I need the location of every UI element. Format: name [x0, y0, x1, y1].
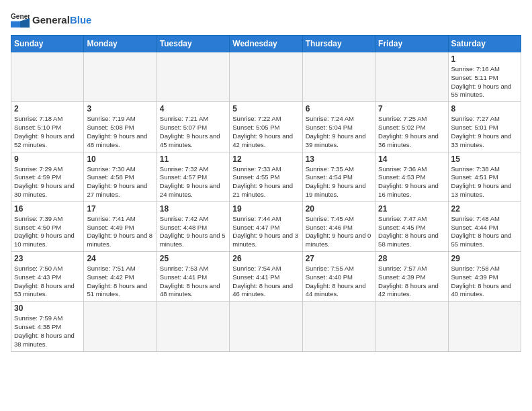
day-number: 28 — [378, 254, 445, 263]
day-info: Sunrise: 7:55 AM Sunset: 4:40 PM Dayligh… — [306, 265, 372, 299]
day-number: 17 — [87, 204, 153, 214]
header: General GeneralBlue — [11, 11, 521, 30]
calendar-table: SundayMondayTuesdayWednesdayThursdayFrid… — [11, 35, 521, 352]
day-info: Sunrise: 7:27 AM Sunset: 5:01 PM Dayligh… — [451, 115, 518, 149]
calendar-cell: 23Sunrise: 7:50 AM Sunset: 4:43 PM Dayli… — [11, 252, 84, 302]
weekday-header-thursday: Thursday — [302, 36, 375, 52]
calendar-cell: 12Sunrise: 7:33 AM Sunset: 4:55 PM Dayli… — [230, 152, 302, 201]
calendar-cell: 7Sunrise: 7:25 AM Sunset: 5:02 PM Daylig… — [375, 102, 448, 152]
day-number: 14 — [378, 154, 445, 164]
calendar-week-row: 23Sunrise: 7:50 AM Sunset: 4:43 PM Dayli… — [11, 252, 521, 302]
day-info: Sunrise: 7:53 AM Sunset: 4:41 PM Dayligh… — [160, 265, 226, 299]
calendar-cell: 24Sunrise: 7:51 AM Sunset: 4:42 PM Dayli… — [84, 252, 157, 302]
day-info: Sunrise: 7:30 AM Sunset: 4:58 PM Dayligh… — [87, 165, 153, 199]
day-number: 8 — [451, 104, 518, 113]
day-number: 20 — [306, 204, 372, 214]
day-number: 30 — [14, 304, 81, 313]
day-number: 13 — [306, 154, 372, 164]
day-number: 5 — [232, 104, 299, 113]
day-number: 10 — [87, 154, 153, 164]
calendar-cell: 1Sunrise: 7:16 AM Sunset: 5:11 PM Daylig… — [448, 52, 521, 102]
day-number: 7 — [378, 104, 445, 113]
weekday-header-sunday: Sunday — [11, 36, 84, 52]
day-info: Sunrise: 7:54 AM Sunset: 4:41 PM Dayligh… — [232, 265, 299, 299]
day-info: Sunrise: 7:16 AM Sunset: 5:11 PM Dayligh… — [451, 65, 518, 99]
calendar-cell — [375, 52, 448, 102]
day-info: Sunrise: 7:32 AM Sunset: 4:57 PM Dayligh… — [160, 165, 226, 199]
day-info: Sunrise: 7:29 AM Sunset: 4:59 PM Dayligh… — [14, 165, 81, 199]
calendar-cell: 18Sunrise: 7:42 AM Sunset: 4:48 PM Dayli… — [157, 201, 229, 251]
day-info: Sunrise: 7:41 AM Sunset: 4:49 PM Dayligh… — [87, 215, 153, 249]
day-info: Sunrise: 7:47 AM Sunset: 4:45 PM Dayligh… — [378, 215, 445, 249]
calendar-cell: 22Sunrise: 7:48 AM Sunset: 4:44 PM Dayli… — [448, 201, 521, 251]
calendar-cell: 4Sunrise: 7:21 AM Sunset: 5:07 PM Daylig… — [157, 102, 229, 152]
day-info: Sunrise: 7:39 AM Sunset: 4:50 PM Dayligh… — [14, 215, 81, 249]
calendar-cell — [302, 302, 375, 351]
day-info: Sunrise: 7:18 AM Sunset: 5:10 PM Dayligh… — [14, 115, 81, 149]
calendar-cell — [157, 52, 229, 102]
day-info: Sunrise: 7:35 AM Sunset: 4:54 PM Dayligh… — [306, 165, 372, 199]
calendar-cell: 11Sunrise: 7:32 AM Sunset: 4:57 PM Dayli… — [157, 152, 229, 201]
calendar-cell: 21Sunrise: 7:47 AM Sunset: 4:45 PM Dayli… — [375, 201, 448, 251]
calendar-cell: 25Sunrise: 7:53 AM Sunset: 4:41 PM Dayli… — [157, 252, 229, 302]
calendar-cell: 28Sunrise: 7:57 AM Sunset: 4:39 PM Dayli… — [375, 252, 448, 302]
day-info: Sunrise: 7:36 AM Sunset: 4:53 PM Dayligh… — [378, 165, 445, 199]
page: General GeneralBlue SundayMondayTuesdayW… — [0, 0, 532, 411]
day-info: Sunrise: 7:24 AM Sunset: 5:04 PM Dayligh… — [306, 115, 372, 149]
day-number: 2 — [14, 104, 81, 113]
weekday-header-monday: Monday — [84, 36, 157, 52]
day-number: 3 — [87, 104, 153, 113]
day-number: 9 — [14, 154, 81, 164]
day-info: Sunrise: 7:51 AM Sunset: 4:42 PM Dayligh… — [87, 265, 153, 299]
day-info: Sunrise: 7:50 AM Sunset: 4:43 PM Dayligh… — [14, 265, 81, 299]
calendar-cell: 16Sunrise: 7:39 AM Sunset: 4:50 PM Dayli… — [11, 201, 84, 251]
day-number: 18 — [160, 204, 226, 214]
calendar-cell: 27Sunrise: 7:55 AM Sunset: 4:40 PM Dayli… — [302, 252, 375, 302]
calendar-cell: 3Sunrise: 7:19 AM Sunset: 5:08 PM Daylig… — [84, 102, 157, 152]
day-info: Sunrise: 7:59 AM Sunset: 4:38 PM Dayligh… — [14, 314, 81, 349]
calendar-cell: 19Sunrise: 7:44 AM Sunset: 4:47 PM Dayli… — [230, 201, 302, 251]
logo: General GeneralBlue — [11, 11, 91, 30]
weekday-header-saturday: Saturday — [448, 36, 521, 52]
day-number: 22 — [451, 204, 518, 214]
day-info: Sunrise: 7:33 AM Sunset: 4:55 PM Dayligh… — [232, 165, 299, 199]
calendar-week-row: 2Sunrise: 7:18 AM Sunset: 5:10 PM Daylig… — [11, 102, 521, 152]
day-number: 12 — [232, 154, 299, 164]
day-number: 16 — [14, 204, 81, 214]
day-info: Sunrise: 7:45 AM Sunset: 4:46 PM Dayligh… — [306, 215, 372, 249]
calendar-cell: 2Sunrise: 7:18 AM Sunset: 5:10 PM Daylig… — [11, 102, 84, 152]
calendar-week-row: 16Sunrise: 7:39 AM Sunset: 4:50 PM Dayli… — [11, 201, 521, 251]
calendar-cell — [302, 52, 375, 102]
calendar-cell: 17Sunrise: 7:41 AM Sunset: 4:49 PM Dayli… — [84, 201, 157, 251]
calendar-cell — [11, 52, 84, 102]
weekday-header-row: SundayMondayTuesdayWednesdayThursdayFrid… — [11, 36, 521, 52]
calendar-cell: 30Sunrise: 7:59 AM Sunset: 4:38 PM Dayli… — [11, 302, 84, 351]
day-number: 6 — [306, 104, 372, 113]
day-info: Sunrise: 7:22 AM Sunset: 5:05 PM Dayligh… — [232, 115, 299, 149]
calendar-cell — [84, 302, 157, 351]
calendar-cell: 20Sunrise: 7:45 AM Sunset: 4:46 PM Dayli… — [302, 201, 375, 251]
calendar-cell: 29Sunrise: 7:58 AM Sunset: 4:39 PM Dayli… — [448, 252, 521, 302]
calendar-week-row: 9Sunrise: 7:29 AM Sunset: 4:59 PM Daylig… — [11, 152, 521, 201]
day-info: Sunrise: 7:42 AM Sunset: 4:48 PM Dayligh… — [160, 215, 226, 249]
calendar-cell — [448, 302, 521, 351]
calendar-cell: 15Sunrise: 7:38 AM Sunset: 4:51 PM Dayli… — [448, 152, 521, 201]
calendar-cell — [157, 302, 229, 351]
svg-marker-1 — [11, 21, 20, 28]
weekday-header-wednesday: Wednesday — [230, 36, 302, 52]
day-info: Sunrise: 7:57 AM Sunset: 4:39 PM Dayligh… — [378, 265, 445, 299]
day-info: Sunrise: 7:38 AM Sunset: 4:51 PM Dayligh… — [451, 165, 518, 199]
day-number: 19 — [232, 204, 299, 214]
calendar-week-row: 1Sunrise: 7:16 AM Sunset: 5:11 PM Daylig… — [11, 52, 521, 102]
calendar-cell — [375, 302, 448, 351]
calendar-cell: 26Sunrise: 7:54 AM Sunset: 4:41 PM Dayli… — [230, 252, 302, 302]
day-number: 4 — [160, 104, 226, 113]
day-number: 27 — [306, 254, 372, 263]
day-number: 26 — [232, 254, 299, 263]
calendar-cell — [230, 302, 302, 351]
weekday-header-tuesday: Tuesday — [157, 36, 229, 52]
day-info: Sunrise: 7:48 AM Sunset: 4:44 PM Dayligh… — [451, 215, 518, 249]
calendar-cell: 6Sunrise: 7:24 AM Sunset: 5:04 PM Daylig… — [302, 102, 375, 152]
weekday-header-friday: Friday — [375, 36, 448, 52]
calendar-cell: 10Sunrise: 7:30 AM Sunset: 4:58 PM Dayli… — [84, 152, 157, 201]
